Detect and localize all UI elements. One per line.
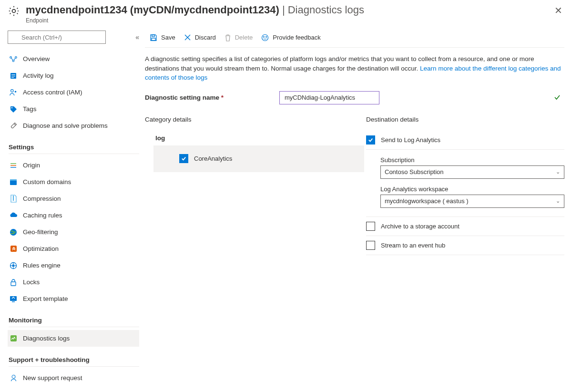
nav-export-template[interactable]: Export template — [8, 290, 139, 307]
valid-check-icon — [554, 94, 561, 101]
diagnose-icon — [9, 121, 18, 131]
locks-icon — [9, 278, 18, 287]
archive-storage-label: Archive to a storage account — [381, 223, 460, 230]
svg-point-11 — [15, 91, 17, 93]
activity-log-icon — [9, 71, 18, 81]
stream-eventhub-row: Stream to an event hub — [366, 236, 564, 255]
nav-optimization[interactable]: Optimization — [8, 240, 139, 257]
access-control-icon — [9, 88, 18, 97]
svg-point-12 — [11, 107, 12, 108]
svg-point-0 — [12, 10, 16, 13]
nav-rules-engine[interactable]: Rules engine — [8, 257, 139, 274]
nav-diagnose-solve[interactable]: Diagnose and solve problems — [8, 117, 139, 134]
svg-rect-29 — [152, 38, 155, 41]
svg-rect-8 — [11, 76, 15, 76]
svg-point-10 — [11, 89, 13, 92]
nav-origin[interactable]: Origin — [8, 157, 139, 174]
svg-point-5 — [15, 56, 17, 58]
core-analytics-checkbox[interactable] — [179, 154, 188, 163]
svg-rect-25 — [12, 301, 15, 302]
svg-point-33 — [264, 36, 265, 37]
stream-eventhub-label: Stream to an event hub — [381, 242, 445, 249]
svg-rect-18 — [13, 196, 14, 201]
description-text: A diagnostic setting specifies a list of… — [145, 54, 564, 83]
nav-tags[interactable]: Tags — [8, 101, 139, 117]
section-monitoring: Monitoring — [9, 317, 139, 327]
custom-domains-icon — [9, 177, 18, 187]
nav-caching-rules[interactable]: Caching rules — [8, 207, 139, 224]
search-input[interactable] — [8, 31, 106, 44]
page-subtitle: Endpoint — [26, 17, 554, 24]
collapse-sidebar-button[interactable]: « — [135, 33, 139, 41]
svg-point-27 — [12, 375, 15, 379]
svg-rect-9 — [11, 77, 14, 78]
delete-button: Delete — [225, 34, 253, 41]
rules-engine-icon — [9, 261, 18, 270]
nav-access-control[interactable]: Access control (IAM) — [8, 84, 139, 101]
send-log-analytics-row: Send to Log Analytics — [366, 131, 564, 150]
feedback-icon — [261, 34, 269, 41]
workspace-label: Log Analytics workspace — [380, 186, 564, 193]
overview-icon — [9, 54, 18, 64]
gear-icon — [8, 5, 26, 17]
send-log-analytics-checkbox[interactable] — [366, 135, 375, 144]
setting-name-input[interactable] — [279, 91, 379, 104]
feedback-button[interactable]: Provide feedback — [261, 34, 320, 41]
tags-icon — [9, 104, 18, 114]
svg-point-32 — [262, 34, 268, 41]
toolbar: Save Discard Delete — [145, 31, 564, 48]
archive-storage-row: Archive to a storage account — [366, 217, 564, 236]
section-support: Support + troubleshooting — [9, 356, 139, 367]
destination-details-header: Destination details — [366, 116, 564, 123]
save-icon — [150, 34, 157, 41]
nav-geo-filtering[interactable]: Geo-filtering — [8, 224, 139, 240]
compression-icon — [9, 194, 18, 204]
svg-point-34 — [266, 36, 267, 37]
section-settings: Settings — [9, 144, 139, 154]
core-analytics-label: CoreAnalytics — [194, 155, 232, 162]
nav-locks[interactable]: Locks — [8, 274, 139, 290]
svg-rect-17 — [10, 179, 17, 181]
subscription-select[interactable]: Contoso Subscription ⌄ — [380, 165, 564, 179]
setting-name-label: Diagnostic setting name * — [145, 94, 279, 101]
chevron-down-icon: ⌄ — [556, 169, 560, 175]
nav-diagnostics-logs[interactable]: Diagnostics logs — [8, 330, 139, 347]
geo-filtering-icon — [9, 227, 18, 237]
nav-activity-log[interactable]: Activity log — [8, 67, 139, 84]
subscription-label: Subscription — [380, 156, 564, 164]
diagnostics-logs-icon — [9, 334, 18, 343]
delete-icon — [225, 34, 231, 41]
save-button[interactable]: Save — [150, 34, 175, 41]
optimization-icon — [9, 244, 18, 254]
nav-new-support-request[interactable]: New support request — [8, 370, 139, 386]
export-template-icon — [9, 294, 18, 304]
nav-custom-domains[interactable]: Custom domains — [8, 174, 139, 190]
svg-rect-23 — [11, 282, 16, 286]
close-button[interactable]: ✕ — [554, 3, 564, 16]
caching-rules-icon — [9, 211, 18, 220]
discard-icon — [184, 34, 191, 41]
archive-storage-checkbox[interactable] — [366, 222, 375, 231]
svg-rect-28 — [152, 35, 154, 37]
log-category-row: CoreAnalytics — [153, 145, 364, 172]
svg-rect-7 — [11, 74, 15, 75]
log-analytics-config: Subscription Contoso Subscription ⌄ Log … — [366, 150, 564, 217]
svg-point-3 — [10, 56, 12, 58]
discard-button[interactable]: Discard — [184, 34, 216, 41]
send-log-analytics-label: Send to Log Analytics — [381, 136, 440, 144]
nav-overview[interactable]: Overview — [8, 51, 139, 67]
log-header: log — [145, 131, 364, 145]
origin-icon — [9, 161, 18, 170]
support-icon — [9, 373, 18, 383]
workspace-select[interactable]: mycdnlogworkspace ( eastus ) ⌄ — [380, 195, 564, 208]
chevron-down-icon: ⌄ — [556, 198, 560, 204]
svg-point-22 — [12, 265, 14, 267]
stream-eventhub-checkbox[interactable] — [366, 241, 375, 250]
nav-compression[interactable]: Compression — [8, 190, 139, 207]
category-details-header: Category details — [145, 116, 364, 123]
page-title: mycdnendpoint1234 (myCDN/mycdnendpoint12… — [26, 4, 554, 16]
svg-point-4 — [12, 60, 14, 62]
